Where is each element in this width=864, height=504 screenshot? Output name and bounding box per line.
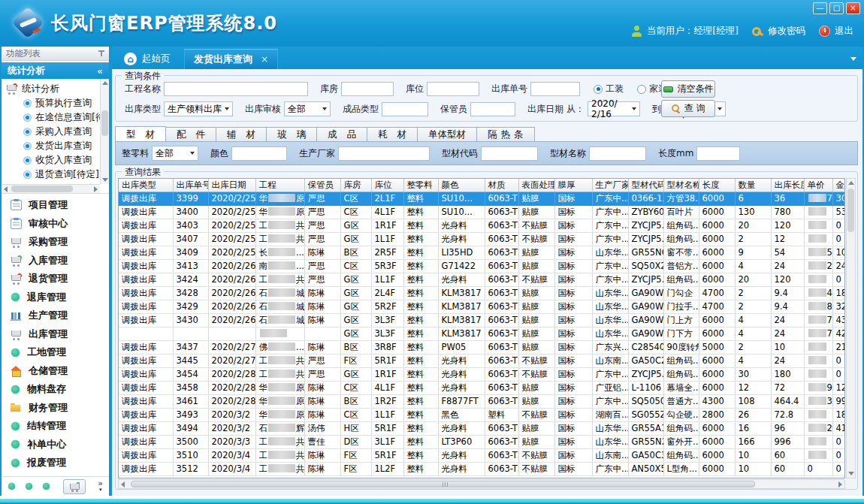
material-tab[interactable]: 成品 (317, 127, 367, 142)
column-header[interactable]: 库房 (340, 179, 371, 192)
profile-name-input[interactable] (589, 146, 646, 161)
menu-item[interactable]: 采购管理 (2, 233, 109, 252)
change-password-link[interactable]: 修改密码 (752, 25, 805, 38)
scroll-right-icon[interactable] (838, 481, 842, 487)
table-row[interactable]: 调拨出库3407 2020/2/25工共工程 严思G区 1L1F整料 光身料60… (119, 232, 845, 246)
column-header[interactable]: 工程 (255, 179, 304, 192)
column-header[interactable]: 单价 (804, 179, 832, 192)
table-row[interactable]: 调拨出库3510 2020/3/4工共工程 陈琳F区 5R1F整料 光身料606… (119, 448, 845, 462)
table-row[interactable]: 调拨出库3424 2020/2/26工共工程 严思G区 1L1F整料 光身料60… (119, 273, 845, 286)
material-tab[interactable]: 玻璃 (267, 127, 317, 142)
table-row[interactable]: 调拨出库3454 2020/2/28工共工程 严思G区 1R1F整料 光身料60… (119, 367, 845, 381)
menu-item[interactable]: 退货管理 (2, 270, 109, 288)
table-row[interactable]: 调拨出库3409 2020/2/25长... 陈琳B区 2R5F整料 LI35H… (119, 246, 845, 259)
column-header[interactable]: 保管员 (304, 179, 340, 192)
location-input[interactable] (427, 82, 479, 96)
table-row[interactable]: 调拨出库3494 2020/3/2石辉城 汤伟H区 5R1F整料 光身料6063… (119, 421, 845, 435)
column-header[interactable]: 材质 (485, 179, 518, 192)
column-header[interactable]: 出库类型 (119, 179, 173, 192)
length-input[interactable] (696, 146, 740, 161)
scrollbar-thumb[interactable] (131, 481, 755, 487)
tree-item[interactable]: 预算执行查询 (6, 96, 109, 110)
menu-item[interactable]: 财务管理 (2, 399, 109, 418)
column-header[interactable]: 出库日期 (208, 179, 255, 192)
menu-item[interactable]: 结转管理 (2, 417, 109, 436)
column-header[interactable]: 膜厚 (554, 179, 592, 192)
menu-item[interactable]: 入库管理 (2, 252, 109, 270)
column-header[interactable]: 颜色 (438, 179, 485, 192)
material-tab[interactable]: 型材 (115, 126, 166, 142)
green-dot-icon[interactable] (25, 482, 33, 490)
profile-code-input[interactable] (481, 146, 538, 161)
close-tab-icon[interactable]: × (261, 54, 268, 65)
green-dot-icon[interactable] (8, 482, 16, 490)
out-type-select[interactable]: 生产领料出库 (164, 101, 233, 116)
table-row[interactable]: 调拨出库3403 2020/2/25工共工程 严思G区 1R1F整料 光身料60… (119, 219, 845, 232)
column-header[interactable]: 金额 (832, 179, 845, 192)
column-header[interactable]: 长度 (699, 179, 735, 192)
tab-active[interactable]: 发货出库查询 × (184, 49, 278, 69)
table-row[interactable]: 调拨出库3445 2020/2/27工共工程 严思F区 5R1F整料 光身料60… (119, 354, 845, 367)
more-options-button[interactable]: » (98, 481, 103, 493)
logout-link[interactable]: 退出 (819, 25, 853, 38)
column-header[interactable]: 数量 (735, 179, 771, 192)
material-tab[interactable]: 隔热条 (477, 127, 535, 142)
scroll-down-icon[interactable] (102, 178, 108, 182)
cart-shortcut-button[interactable] (63, 479, 86, 494)
stats-section-header[interactable]: 统计分析 « (2, 62, 109, 79)
table-row[interactable]: G区 3L3F整料 KLM38176063-T5 贴膜国标 山东华...GA90… (119, 327, 845, 340)
menu-item[interactable]: 补单中心 (2, 436, 109, 454)
table-row[interactable]: 调拨出库3458 2020/2/28华原... 陈琳C区 4L1F整料 光身料6… (119, 381, 845, 394)
scrollbar-thumb[interactable] (11, 186, 73, 192)
close-button[interactable]: × (846, 2, 860, 14)
table-row[interactable]: 调拨出库3428 2020/2/26石城 陈琳G区 2L4F整料 KLM3817… (119, 286, 845, 300)
column-header[interactable]: 表面处理 (518, 179, 554, 192)
order-no-input[interactable] (530, 82, 580, 96)
material-tab[interactable]: 单体型材 (418, 127, 477, 142)
audit-select[interactable]: 全部 (284, 101, 331, 116)
color-input[interactable] (231, 146, 287, 161)
tab-home[interactable]: 起始页 (115, 49, 180, 69)
column-header[interactable]: 出库单号 (173, 179, 208, 192)
tree-item[interactable]: 在途信息查询[待 (6, 110, 109, 125)
work-install-radio[interactable] (594, 85, 603, 94)
scrollbar-thumb[interactable] (847, 189, 854, 232)
menu-item[interactable]: 退库管理 (2, 288, 109, 307)
table-row[interactable]: 调拨出库3461 2020/2/28华原... 陈琳B区 1R2F整料 F887… (119, 394, 845, 408)
scroll-left-icon[interactable] (4, 186, 8, 192)
maker-input[interactable] (338, 146, 430, 161)
table-row[interactable]: 调拨出库3512 2020/3/4工共工程 陈琳F区 1L2F整料 光身料606… (119, 462, 845, 475)
tree-item[interactable]: 收货入库查询 (6, 153, 109, 167)
keeper-input[interactable] (470, 102, 515, 116)
product-type-input[interactable] (382, 102, 428, 116)
project-name-input[interactable] (164, 82, 308, 96)
tree-vertical-scrollbar[interactable] (100, 79, 109, 184)
column-header[interactable]: 整零料 (403, 179, 438, 192)
menu-item[interactable]: 项目管理 (2, 196, 109, 215)
material-tab[interactable]: 配件 (166, 127, 216, 142)
table-horizontal-scrollbar[interactable] (118, 479, 845, 489)
menu-item[interactable]: 出库管理 (2, 325, 109, 344)
tab-list-dropdown-icon[interactable] (850, 57, 856, 61)
table-row[interactable]: 调拨出库3429 2020/2/26石城 陈琳G区 5R2F整料 KLM3817… (119, 300, 845, 313)
scroll-up-icon[interactable] (848, 181, 854, 185)
scroll-right-icon[interactable] (94, 186, 98, 192)
table-row[interactable]: 调拨出库3399 2020/2/25华原... 严思C区 2L1F整料 SU10… (119, 192, 845, 205)
column-header[interactable]: 库位 (371, 179, 403, 192)
menu-item[interactable]: 工地管理 (2, 343, 109, 362)
table-row[interactable]: 调拨出库3400 2020/2/25华原... 严思C区 4L1F整料 SU10… (119, 205, 845, 219)
column-header[interactable]: 出库长度 (771, 179, 804, 192)
maximize-button[interactable]: □ (829, 2, 844, 14)
scroll-left-icon[interactable] (121, 481, 125, 487)
menu-item[interactable]: 物料盘存 (2, 380, 109, 399)
table-row[interactable]: 调拨出库3413 2020/2/26南... 严思C区 5R3F整料 G7142… (119, 259, 845, 273)
tree-item[interactable]: 发货出库查询 (6, 139, 109, 153)
tree-item[interactable]: 退货查询[待定] (6, 167, 109, 182)
warehouse-input[interactable] (341, 82, 394, 96)
minimize-button[interactable]: — (813, 2, 827, 14)
clear-conditions-button[interactable]: 清空条件 (661, 80, 715, 98)
date-from-select[interactable]: 2020/ 2/16 (588, 101, 640, 116)
column-header[interactable]: 型材名称 (663, 179, 699, 192)
menu-item[interactable]: 报废管理 (2, 454, 109, 472)
table-row[interactable]: 调拨出库3437 2020/2/27佛... 陈琳B区 3R8F整料 PW056… (119, 340, 845, 354)
